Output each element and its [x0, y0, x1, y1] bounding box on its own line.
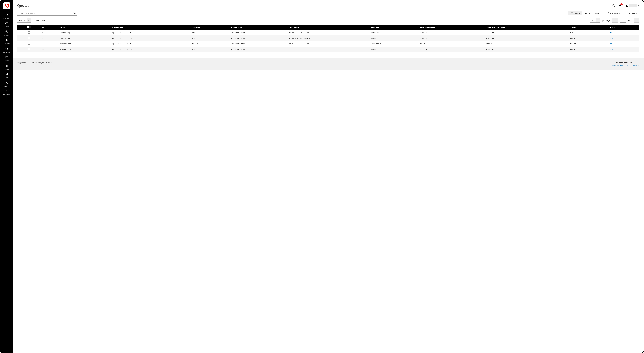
product-version: Adobe Commerce ver. 2.4.5 — [612, 62, 640, 64]
cell-created: Apr 10, 2023 2:59:10 PM — [111, 41, 190, 47]
default-view-button[interactable]: Default View — [582, 11, 604, 15]
cell-last-updated: Apr 11, 2023 10:35:06 AM — [287, 36, 370, 41]
nav-label: System — [4, 85, 9, 87]
nav-label: Marketing — [3, 51, 10, 53]
divider — [604, 12, 604, 15]
nav-customers[interactable]: Customers — [0, 38, 13, 46]
mass-actions-select[interactable]: Actions — [17, 18, 31, 23]
select-all-checkbox[interactable] — [27, 26, 29, 28]
cell-sales-rep: admin admin — [369, 47, 418, 52]
export-button[interactable]: Export — [624, 11, 640, 15]
cell-company: Best Life — [190, 30, 229, 36]
cell-id: 29 — [40, 47, 58, 52]
cell-company: Best Life — [190, 41, 229, 47]
svg-point-3 — [6, 39, 7, 40]
cell-total-neg: $1,200.00 — [484, 30, 569, 36]
admin-account-menu[interactable]: admin — [625, 4, 640, 7]
cell-total-base: $486.40 — [418, 41, 484, 47]
view-link[interactable]: View — [610, 37, 613, 39]
cell-name: Restock bags — [58, 30, 111, 36]
chevron-down-icon[interactable] — [29, 26, 31, 28]
cell-total-base: $1,740.00 — [418, 36, 484, 41]
chevron-down-icon — [619, 13, 620, 14]
nav-content[interactable]: Content — [0, 55, 13, 63]
records-found-text: 4 records found — [36, 19, 49, 22]
page-size-value: 20 — [590, 19, 596, 22]
cell-created: Apr 10, 2023 3:00:48 PM — [111, 36, 190, 41]
col-submitted-by[interactable]: Submitted By — [230, 25, 287, 30]
col-created[interactable]: Created Date — [111, 25, 190, 30]
row-checkbox[interactable] — [28, 32, 30, 34]
cell-name: Workout Top — [58, 36, 111, 41]
nav-marketing[interactable]: Marketing — [0, 46, 13, 55]
col-name[interactable]: Name — [58, 25, 111, 30]
export-label: Export — [629, 12, 635, 14]
prev-page-button[interactable] — [612, 18, 618, 23]
svg-rect-6 — [6, 66, 6, 67]
row-checkbox[interactable] — [28, 43, 30, 45]
per-page-label: per page — [602, 19, 610, 22]
svg-point-2 — [6, 23, 7, 24]
toolbar-primary: Filters Default View Columns Export — [17, 11, 640, 16]
divider — [623, 12, 623, 15]
nav-label: Reports — [4, 68, 10, 70]
col-total-neg[interactable]: Quote Total (Negotiated) — [484, 25, 569, 30]
chevron-down-icon — [638, 6, 640, 6]
report-issue-link[interactable]: Report an Issue — [627, 64, 640, 66]
adobe-logo[interactable] — [3, 3, 10, 10]
main-content: Quotes 3 admin — [13, 1, 644, 352]
filters-button[interactable]: Filters — [568, 11, 582, 16]
row-checkbox[interactable] — [28, 48, 30, 50]
chart-icon — [5, 64, 8, 68]
col-total-base[interactable]: Quote Total (Base) — [418, 25, 484, 30]
nav-label: Stores — [4, 77, 9, 79]
keyword-search-input[interactable] — [17, 11, 78, 16]
view-link[interactable]: View — [610, 32, 613, 34]
nav-reports[interactable]: Reports — [0, 63, 13, 72]
store-icon — [5, 73, 8, 76]
col-sales-rep[interactable]: Sales Rep — [369, 25, 418, 30]
megaphone-icon — [5, 47, 8, 51]
select-all-header[interactable] — [17, 25, 40, 30]
cell-created: Apr 11, 2023 2:49:37 PM — [111, 30, 190, 36]
col-action[interactable]: Action — [608, 25, 639, 30]
col-company[interactable]: Company — [190, 25, 229, 30]
view-link[interactable]: View — [610, 48, 613, 50]
nav-catalog[interactable]: Catalog — [0, 29, 13, 38]
svg-rect-8 — [7, 65, 8, 67]
nav-label: Customers — [3, 43, 10, 45]
col-status[interactable]: Status — [569, 25, 608, 30]
current-page-input[interactable] — [620, 18, 626, 23]
cell-total-base: $1,771.84 — [418, 47, 484, 52]
nav-system[interactable]: System — [0, 80, 13, 89]
view-link[interactable]: View — [610, 43, 613, 45]
search-icon[interactable] — [73, 12, 76, 15]
default-view-label: Default View — [588, 12, 599, 14]
nav-label: Catalog — [4, 34, 9, 36]
nav-dashboard[interactable]: Dashboard — [0, 12, 13, 21]
columns-button[interactable]: Columns — [604, 11, 622, 15]
of-pages-label: of 1 — [628, 19, 632, 22]
privacy-link[interactable]: Privacy Policy — [612, 64, 623, 66]
chevron-down-icon — [600, 13, 601, 14]
col-id[interactable]: ID — [40, 25, 58, 30]
col-last-updated[interactable]: Last Updated↑ — [287, 25, 370, 30]
cell-submitted-by: Veronica Costello — [230, 30, 287, 36]
nav-stores[interactable]: Stores — [0, 72, 13, 80]
page-size-select[interactable]: 20 — [590, 18, 600, 23]
cell-company: Best Life — [190, 47, 229, 52]
nav-find-partners[interactable]: Find Partners — [0, 89, 13, 97]
row-checkbox[interactable] — [28, 37, 30, 39]
content-icon — [5, 56, 8, 59]
cell-total-neg: $1,218.00 — [484, 36, 569, 41]
global-search-button[interactable] — [612, 4, 615, 7]
plug-icon — [5, 90, 8, 93]
filters-label: Filters — [574, 12, 580, 14]
nav-sales[interactable]: Sales — [0, 21, 13, 29]
svg-point-0 — [6, 14, 8, 16]
next-page-button[interactable] — [634, 18, 640, 23]
page-title: Quotes — [17, 4, 30, 8]
svg-point-12 — [74, 12, 75, 14]
cell-total-neg: $389.00 — [484, 41, 569, 47]
notifications-button[interactable]: 3 — [619, 4, 622, 7]
